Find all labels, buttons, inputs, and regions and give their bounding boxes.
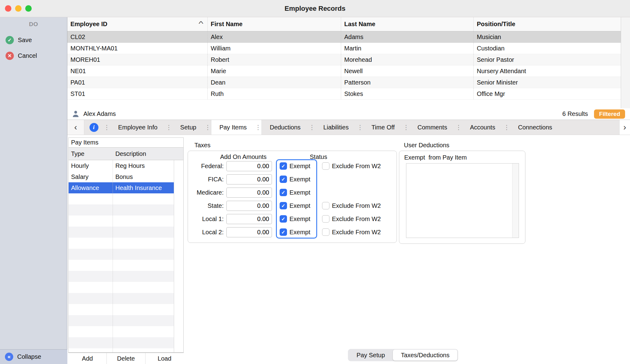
table-row[interactable]: PA01 Dean Patterson Senior Minister — [67, 77, 621, 88]
tab-drag-handle-icon[interactable]: ⋮ — [103, 120, 110, 135]
column-header-first-name[interactable]: First Name — [208, 17, 341, 31]
zoom-window-button[interactable] — [25, 5, 32, 12]
tabs-scroll-left-button[interactable]: ‹ — [67, 120, 84, 135]
filtered-badge[interactable]: Filtered — [594, 109, 625, 119]
check-icon: ✓ — [281, 176, 285, 182]
table-row[interactable]: MONTHLY-MA01 William Martin Custodian — [67, 43, 621, 54]
record-tabbar: ‹ i ⋮ Employee Info ⋮ Setup ⋮ Pay Items … — [67, 120, 630, 135]
tab-drag-handle-icon[interactable]: ⋮ — [165, 124, 172, 131]
tab-deductions[interactable]: Deductions ⋮ — [262, 120, 315, 135]
table-row[interactable]: MOREH01 Robert Morehead Senior Pastor — [67, 54, 621, 65]
local1-amount-input[interactable] — [226, 214, 272, 224]
column-header-description: Description — [113, 148, 183, 160]
tab-drag-handle-icon[interactable]: ⋮ — [357, 124, 363, 131]
column-header-employee-id[interactable]: Employee ID ^ — [67, 17, 208, 31]
save-button[interactable]: ✓ Save — [6, 34, 32, 46]
tab-drag-handle-icon[interactable]: ⋮ — [255, 124, 261, 131]
minimize-window-button[interactable] — [15, 5, 22, 12]
pay-items-empty-rows — [69, 193, 174, 352]
pay-section-switcher: Pay Setup Taxes/Deductions — [348, 349, 458, 361]
state-exclude-w2-checkbox[interactable] — [322, 202, 329, 209]
status-header: Status — [310, 153, 327, 160]
tax-row-fica: FICA: ✓ Exempt — [188, 174, 397, 185]
tab-comments[interactable]: Comments ⋮ — [409, 120, 462, 135]
tab-time-off[interactable]: Time Off ⋮ — [363, 120, 409, 135]
tax-row-state: State: ✓ Exempt Exclude From W2 — [188, 200, 397, 211]
employee-records-window: Employee Records DO ✓ Save ✕ Cancel « Co… — [0, 0, 630, 364]
pay-items-column-headers: Type Description — [69, 148, 183, 160]
tab-drag-handle-icon[interactable]: ⋮ — [455, 124, 462, 131]
pay-items-scrollbar[interactable] — [174, 160, 183, 352]
add-on-amounts-header: Add On Amounts — [209, 153, 277, 160]
local2-amount-input[interactable] — [226, 227, 272, 237]
pay-setup-segment[interactable]: Pay Setup — [349, 350, 393, 361]
listbox-scrollbar[interactable] — [512, 164, 519, 238]
tab-drag-handle-icon[interactable]: ⋮ — [204, 124, 211, 131]
tab-employee-info[interactable]: Employee Info ⋮ — [110, 120, 172, 135]
table-row[interactable]: ST01 Ruth Stokes Office Mgr — [67, 88, 621, 100]
local2-exclude-w2-checkbox[interactable] — [322, 228, 329, 236]
federal-exempt-checkbox[interactable]: ✓ — [280, 162, 287, 170]
federal-amount-input[interactable] — [226, 161, 272, 171]
employee-table: Employee ID ^ First Name Last Name Posit… — [67, 17, 621, 110]
load-button[interactable]: Load — [146, 353, 184, 364]
tabs-scroll-right-button[interactable]: › — [619, 120, 630, 135]
column-header-position[interactable]: Position/Title — [474, 17, 621, 31]
table-scrollbar[interactable] — [621, 17, 630, 108]
state-exempt-checkbox[interactable]: ✓ — [280, 202, 287, 209]
column-header-type: Type — [69, 148, 113, 160]
tab-liabilities[interactable]: Liabilities ⋮ — [315, 120, 363, 135]
list-item[interactable]: Salary Bonus — [69, 171, 174, 182]
info-icon: i — [90, 123, 98, 132]
tax-row-local-1: Local 1: ✓ Exempt Exclude From W2 — [188, 213, 397, 224]
sidebar: DO ✓ Save ✕ Cancel « Collapse — [0, 17, 67, 364]
pay-items-list: Hourly Reg Hours Salary Bonus Allowance … — [69, 160, 183, 352]
sidebar-header: DO — [0, 21, 67, 28]
exempt-from-pay-item-listbox[interactable] — [406, 163, 519, 238]
taxes-group-box: Add On Amounts Status Federal: ✓ Exempt … — [188, 151, 397, 243]
person-icon — [72, 110, 80, 118]
cancel-button[interactable]: ✕ Cancel — [6, 50, 37, 61]
tab-connections[interactable]: Connections — [510, 120, 560, 135]
info-tab-button[interactable]: i — [84, 120, 103, 135]
collapse-label: Collapse — [17, 353, 41, 360]
exempt-from-pay-item-label: Exempt from Pay Item — [404, 154, 467, 161]
check-icon: ✓ — [281, 203, 285, 209]
list-item-selected[interactable]: Allowance Health Insurance — [69, 182, 174, 193]
local1-exclude-w2-checkbox[interactable] — [322, 215, 329, 223]
x-circle-icon: ✕ — [6, 52, 14, 60]
pay-items-panel: Pay Items Type Description Hourly Reg Ho… — [68, 137, 184, 353]
window-title: Employee Records — [285, 5, 345, 13]
collapse-button[interactable]: « Collapse — [0, 349, 67, 364]
employee-table-header: Employee ID ^ First Name Last Name Posit… — [67, 17, 621, 31]
chevron-left-icon: ‹ — [74, 122, 77, 132]
list-item[interactable]: Hourly Reg Hours — [69, 160, 174, 171]
fica-exempt-checkbox[interactable]: ✓ — [280, 176, 287, 183]
local1-exempt-checkbox[interactable]: ✓ — [280, 215, 287, 223]
delete-button[interactable]: Delete — [107, 353, 145, 364]
state-amount-input[interactable] — [226, 201, 272, 211]
taxes-group-label: Taxes — [194, 142, 210, 149]
check-icon: ✓ — [281, 229, 285, 235]
add-button[interactable]: Add — [68, 353, 107, 364]
column-header-last-name[interactable]: Last Name — [341, 17, 474, 31]
taxes-deductions-segment[interactable]: Taxes/Deductions — [393, 350, 457, 361]
tab-drag-handle-icon[interactable]: ⋮ — [309, 124, 315, 131]
tab-drag-handle-icon[interactable]: ⋮ — [503, 124, 510, 131]
medicare-exempt-checkbox[interactable]: ✓ — [280, 189, 287, 196]
tax-row-medicare: Medicare: ✓ Exempt — [188, 187, 397, 198]
federal-exclude-w2-checkbox[interactable] — [322, 162, 329, 170]
tab-setup[interactable]: Setup ⋮ — [172, 120, 211, 135]
table-row[interactable]: NE01 Marie Newell Nursery Attendant — [67, 65, 621, 77]
medicare-amount-input[interactable] — [226, 188, 272, 198]
local2-exempt-checkbox[interactable]: ✓ — [280, 228, 287, 236]
fica-amount-input[interactable] — [226, 174, 272, 184]
tab-drag-handle-icon[interactable]: ⋮ — [403, 124, 409, 131]
tab-accounts[interactable]: Accounts ⋮ — [462, 120, 510, 135]
selected-employee-name: Alex Adams — [83, 110, 116, 117]
tax-row-local-2: Local 2: ✓ Exempt Exclude From W2 — [188, 227, 397, 238]
tab-pay-items[interactable]: Pay Items ⋮ — [211, 120, 262, 135]
close-window-button[interactable] — [5, 5, 11, 12]
results-count: 6 Results — [562, 110, 588, 117]
table-row[interactable]: CL02 Alex Adams Musician — [67, 31, 621, 43]
